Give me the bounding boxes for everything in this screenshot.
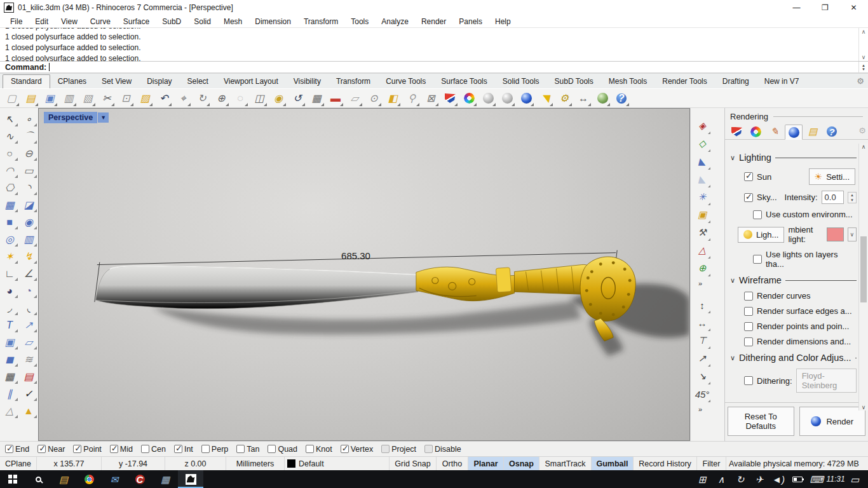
status-filter[interactable]: Filter	[697, 457, 726, 470]
text-icon[interactable]: T	[0, 316, 19, 334]
corner-curve-icon[interactable]: ◝	[19, 179, 38, 196]
viewport-layout-icon[interactable]: ▦	[309, 91, 324, 106]
tray-keyboard-icon[interactable]: ⌨	[807, 475, 826, 484]
restore-button[interactable]: ❐	[811, 0, 839, 15]
panel-tab-materials[interactable]: ✎	[766, 124, 783, 139]
osnap-checkbox[interactable]	[73, 445, 81, 453]
copy-icon[interactable]: ⊡	[118, 91, 133, 106]
osnap-checkbox[interactable]	[174, 445, 182, 453]
collapse-icon[interactable]: ∨	[730, 354, 735, 362]
tab-subd-tools[interactable]: SubD Tools	[547, 75, 601, 88]
custom-environment-checkbox[interactable]	[753, 210, 762, 219]
torus-icon[interactable]: ◎	[0, 231, 19, 248]
extrude-curve-disabled-icon[interactable]: ◣	[693, 170, 711, 188]
help-icon[interactable]: ?	[614, 91, 629, 106]
pan-icon[interactable]: ⌖	[175, 91, 191, 106]
panel-gear-icon[interactable]: ⚙	[858, 126, 866, 135]
tray-battery-icon[interactable]	[788, 477, 807, 482]
cut-icon[interactable]: ✂	[99, 91, 114, 106]
dithering-method-dropdown[interactable]: Floyd-Steinberg	[796, 369, 857, 393]
subd-display-icon[interactable]: ◈	[693, 117, 711, 135]
zoom-dynamic-icon[interactable]: ◌	[233, 91, 248, 106]
trim-icon[interactable]: ↯	[19, 248, 38, 265]
reset-defaults-button[interactable]: Reset To Defaults	[728, 407, 794, 436]
dim-rotated-icon[interactable]: ↘	[693, 367, 711, 385]
tab-standard[interactable]: Standard	[3, 74, 50, 88]
scroll-down-icon[interactable]: ∨	[862, 404, 866, 410]
sphere-icon[interactable]: ◉	[19, 214, 38, 231]
options-gear-icon[interactable]: ⚙	[557, 91, 572, 106]
tray-rotation-icon[interactable]: ↻	[731, 475, 750, 484]
tab-visibility[interactable]: Visibility	[286, 75, 329, 88]
osnap-tan[interactable]: Tan	[236, 445, 259, 454]
panel-tab-help[interactable]: ?	[823, 124, 841, 139]
osnap-near[interactable]: Near	[37, 445, 65, 454]
new-file-icon[interactable]: ▢	[4, 91, 19, 106]
calculator-icon[interactable]: ▦	[153, 470, 178, 488]
status-smarttrack[interactable]: SmartTrack	[539, 457, 592, 470]
lights-icon[interactable]: ⚲	[404, 91, 419, 106]
menu-item[interactable]: SubD	[156, 17, 187, 26]
lock-icon[interactable]: ⊠	[423, 91, 438, 106]
status-record-history[interactable]: Record History	[634, 457, 697, 470]
ellipse-icon[interactable]: ⊖	[19, 145, 38, 162]
mirror-icon[interactable]: ▱	[19, 334, 38, 351]
extrude-icon[interactable]: ◼	[0, 351, 19, 368]
menu-item[interactable]: Curve	[84, 17, 117, 26]
tray-volume-icon[interactable]: ◄)	[769, 475, 788, 484]
layer-state-icon[interactable]: ◧	[385, 91, 400, 106]
osnap-checkbox[interactable]	[201, 445, 210, 453]
tab-render-tools[interactable]: Render Tools	[654, 75, 715, 88]
tab-surface-tools[interactable]: Surface Tools	[433, 75, 495, 88]
shaded-viewport-icon[interactable]	[480, 91, 496, 106]
zoom-analyze-icon[interactable]: ⊕	[693, 259, 711, 277]
paste-icon[interactable]: ▨	[137, 91, 153, 106]
status-y[interactable]: y -17.94	[102, 457, 165, 470]
menu-item[interactable]: Analyze	[375, 17, 415, 26]
viewport-title[interactable]: Perspective ▼	[44, 112, 109, 123]
dim-aligned-icon[interactable]: ↗	[693, 349, 711, 367]
close-button[interactable]: ✕	[839, 0, 868, 15]
tab-solid-tools[interactable]: Solid Tools	[495, 75, 547, 88]
block-icon[interactable]: ▣	[0, 334, 19, 351]
dithering-checkbox[interactable]	[744, 376, 753, 385]
render-curves-checkbox[interactable]	[744, 292, 753, 301]
start-button[interactable]	[0, 470, 25, 488]
minimize-button[interactable]: —	[782, 0, 811, 15]
menu-item[interactable]: Surface	[117, 17, 156, 26]
osnap-cen[interactable]: Cen	[141, 445, 166, 454]
render-shield-icon[interactable]	[442, 91, 458, 106]
menu-item[interactable]: View	[55, 17, 84, 26]
undo-icon[interactable]: ↶	[156, 91, 172, 106]
explode-snowflake-icon[interactable]: ✳	[693, 188, 711, 206]
command-history-scrollbar[interactable]: ∧ ∨	[858, 28, 868, 61]
skylight-checkbox[interactable]	[744, 193, 753, 202]
save-icon[interactable]: ▣	[42, 91, 57, 106]
rectangle-icon[interactable]: ▭	[19, 162, 38, 179]
more-tools-chevron[interactable]: »	[698, 280, 702, 287]
osnap-int[interactable]: Int	[174, 445, 193, 454]
scroll-up-icon[interactable]: ∧	[862, 144, 866, 150]
osnap-checkbox[interactable]	[5, 445, 13, 453]
panel-tab-shield[interactable]	[728, 124, 745, 139]
osnap-mid[interactable]: Mid	[110, 445, 133, 454]
polygon-icon[interactable]: ⎔	[0, 179, 19, 196]
osnap-knot[interactable]: Knot	[306, 445, 332, 454]
dimension-icon[interactable]: ↔	[576, 91, 591, 106]
chamfer-icon[interactable]: ∠	[19, 265, 38, 282]
open-file-icon[interactable]: ▤	[23, 91, 38, 106]
panel-tab-rendering[interactable]	[785, 125, 803, 140]
osnap-end[interactable]: End	[5, 445, 29, 454]
collapse-icon[interactable]: ∨	[730, 276, 735, 285]
menu-item[interactable]: Transform	[297, 17, 344, 26]
command-spinner[interactable]: ▲▼	[858, 62, 868, 72]
sun-settings-button[interactable]: ☀ Setti...	[809, 168, 855, 185]
fillet-icon[interactable]: ∟	[0, 265, 19, 282]
menu-item[interactable]: Solid	[187, 17, 217, 26]
status-osnap[interactable]: Osnap	[504, 457, 539, 470]
viewport-title-label[interactable]: Perspective	[44, 112, 97, 123]
rotate-view-icon[interactable]: ↻	[194, 91, 210, 106]
circle-icon[interactable]: ○	[0, 145, 19, 162]
box-icon[interactable]: ■	[0, 214, 19, 231]
osnap-quad[interactable]: Quad	[268, 445, 297, 454]
